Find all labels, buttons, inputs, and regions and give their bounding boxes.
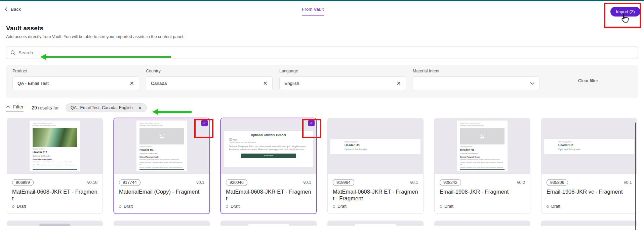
asset-card-grid: Subject: (Insert subject line here) Preh… xyxy=(6,118,638,226)
template-paragraph: Optional Paragraph: Lorem ipsum dolor si… xyxy=(33,164,77,168)
asset-card-partial[interactable] xyxy=(434,221,530,226)
clear-language-icon[interactable]: ✕ xyxy=(397,81,401,86)
asset-card[interactable]: Subject: (Insert subject line here) Preh… xyxy=(7,118,103,214)
template-subject: Subject: (Insert subject line here) xyxy=(139,122,184,125)
template-paragraph: Paragraph: Lorem ipsum dolor sit amet, c… xyxy=(33,161,77,163)
filter-country-input[interactable]: Canada ✕ xyxy=(146,76,273,90)
chevron-up-icon xyxy=(6,105,10,108)
asset-card[interactable]: Subject: (Insert subject line here) Preh… xyxy=(114,118,210,214)
status-dot-icon xyxy=(440,205,442,208)
template-paragraph: Optional Paragraph: Lorem ipsum dolor si… xyxy=(139,166,184,170)
filter-product-input[interactable]: QA - Email Test ✕ xyxy=(12,76,139,90)
template-subject: Subject: (Insert subject line here) xyxy=(460,122,505,125)
search-input[interactable] xyxy=(18,50,634,55)
back-button[interactable]: Back xyxy=(5,7,21,12)
status-dot-icon xyxy=(547,205,549,208)
asset-title: MatEmail-0608-JKR ET - Fragment xyxy=(12,188,97,202)
active-filter-chip-label: QA - Email Test, Canada, English xyxy=(71,105,133,110)
email-template-preview: Optional Eyebrow Header H3 Optional Subh… xyxy=(544,139,634,154)
partial-thumb-shape xyxy=(39,224,70,226)
image-icon xyxy=(480,134,485,138)
search-box[interactable] xyxy=(6,46,638,59)
asset-checkbox-checked[interactable]: ✓ xyxy=(201,120,208,126)
status-label: Draft xyxy=(231,204,240,209)
template-eyebrow: Optional Eyebrow xyxy=(558,141,634,143)
filter-country-value: Canada xyxy=(151,81,263,86)
filter-collapse-toggle[interactable]: Filter xyxy=(6,104,24,112)
template-para-header: Optional Paragraph Header xyxy=(33,159,77,160)
asset-version: v0.1 xyxy=(303,180,311,185)
template-divider xyxy=(139,169,184,170)
filter-language-value: English xyxy=(284,81,397,86)
template-paragraph: Optional Paragraph: Nunc nec dui euismod… xyxy=(229,145,308,151)
header: Back From Vault Import (2) xyxy=(0,1,644,20)
vertical-scrollbar[interactable] xyxy=(635,123,636,230)
asset-id-badge: 917744 xyxy=(119,179,140,186)
status-badge: Draft xyxy=(333,204,347,209)
template-paragraph: Optional Paragraph: Lorem ipsum dolor si… xyxy=(460,166,505,170)
asset-title: Email-1908-JKR vc - Fragment xyxy=(547,188,632,195)
asset-version: v0.1 xyxy=(196,180,204,185)
asset-version: v0.1 xyxy=(410,180,418,185)
status-badge: Draft xyxy=(440,204,453,209)
template-eyebrow: Optional Eyebrow xyxy=(33,148,77,150)
asset-thumbnail: Optional Artwork Header Image Optional C… xyxy=(221,118,316,174)
clear-filter-button[interactable]: Clear filter xyxy=(578,78,598,85)
asset-id-badge: 919964 xyxy=(333,179,354,186)
filter-language-input[interactable]: English ✕ xyxy=(279,76,406,90)
results-row: Filter 29 results for QA - Email Test, C… xyxy=(6,103,638,113)
filter-panel: Product QA - Email Test ✕ Country Canada… xyxy=(6,65,638,98)
asset-card[interactable]: Optional Eyebrow Header H3 Optional Subh… xyxy=(327,118,424,214)
asset-thumbnail: Optional Eyebrow Header H3 Optional Subh… xyxy=(541,118,637,174)
template-paragraph: Optional Paragraph: Lorem ipsum dolor si… xyxy=(139,162,184,166)
status-badge: Draft xyxy=(226,204,240,209)
tab-from-vault[interactable]: From Vault xyxy=(302,7,324,15)
asset-info: 917744 v0.1 MaterialEmail (Copy) - Fragm… xyxy=(114,174,209,214)
remove-filter-chip-icon[interactable]: ✕ xyxy=(138,105,142,110)
asset-thumbnail: Optional Eyebrow Header H3 Optional Subh… xyxy=(328,118,423,174)
template-eyebrow: Optional Eyebrow xyxy=(345,141,420,143)
filter-material-intent-label: Material Intent xyxy=(413,69,539,73)
back-label: Back xyxy=(11,7,21,12)
page-title: Vault assets xyxy=(6,25,638,32)
image-placeholder xyxy=(139,128,184,144)
asset-title: MatEmail-0608-JKR ET - Fragment xyxy=(226,188,311,202)
template-caption: Optional Caption: Nunc nec dui euismod xyxy=(229,142,308,143)
email-template-preview: Subject: (Insert subject line here) Preh… xyxy=(30,121,80,171)
status-dot-icon xyxy=(333,205,335,208)
clear-country-icon[interactable]: ✕ xyxy=(263,81,268,86)
asset-title: Email-1908-JKR - Fragment xyxy=(440,188,525,195)
filter-material-intent: Material Intent xyxy=(413,69,539,98)
asset-card[interactable]: Optional Artwork Header Image Optional C… xyxy=(220,118,317,214)
filter-material-intent-select[interactable] xyxy=(413,76,539,90)
template-subheader: Optional Subheader xyxy=(558,148,634,151)
asset-version: v0.1 xyxy=(624,180,632,185)
asset-card-partial[interactable] xyxy=(327,221,424,226)
status-label: Draft xyxy=(17,204,26,209)
filter-language-label: Language xyxy=(279,69,406,73)
template-subheader: Optional Subheader xyxy=(345,148,420,151)
template-subheader: Optional Subheader xyxy=(460,153,505,155)
filter-product-label: Product xyxy=(12,69,139,73)
import-button[interactable]: Import (2) xyxy=(610,7,640,17)
chevron-down-icon xyxy=(530,82,534,85)
asset-title: MatEmail-0608-JKR ET - Fragment - Fragme… xyxy=(333,188,418,202)
template-subheader: Optional Subheader xyxy=(139,153,184,155)
asset-checkbox-checked[interactable]: ✓ xyxy=(308,120,315,126)
asset-thumbnail: Subject: (Insert subject line here) Preh… xyxy=(435,118,530,174)
status-label: Draft xyxy=(124,204,133,209)
asset-card-partial[interactable] xyxy=(7,221,103,226)
asset-card[interactable]: Optional Eyebrow Header H3 Optional Subh… xyxy=(541,118,637,214)
asset-info: 920046 v0.1 MatEmail-0608-JKR ET - Fragm… xyxy=(221,174,316,214)
template-preheader: Preheader: (Insert Preheader line here) xyxy=(139,125,184,127)
email-template-preview: Optional Artwork Header Image Optional C… xyxy=(224,131,313,167)
asset-card[interactable]: Subject: (Insert subject line here) Preh… xyxy=(434,118,530,214)
active-filter-chip[interactable]: QA - Email Test, Canada, English ✕ xyxy=(66,103,147,112)
asset-card-partial[interactable] xyxy=(541,221,637,226)
search-icon xyxy=(10,50,15,55)
results-count: 29 results for xyxy=(32,105,59,110)
clear-product-icon[interactable]: ✕ xyxy=(130,81,134,86)
asset-card-partial[interactable] xyxy=(114,221,210,226)
filter-toggle-label: Filter xyxy=(13,104,24,109)
asset-card-partial[interactable] xyxy=(220,221,317,226)
